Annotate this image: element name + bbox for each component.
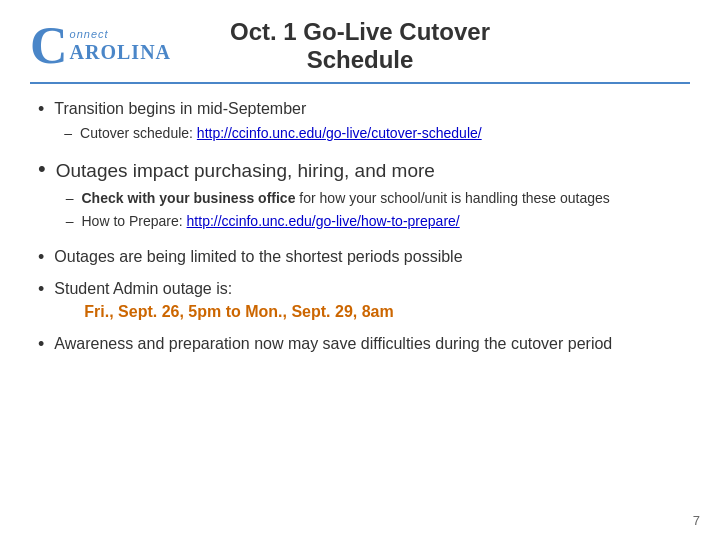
link-prepare[interactable]: http://ccinfo.unc.edu/go-live/how-to-pre… bbox=[187, 213, 460, 229]
slide-title: Oct. 1 Go-Live Cutover Schedule bbox=[190, 18, 690, 74]
bullet-dot-5: • bbox=[38, 334, 44, 355]
content-area: • Transition begins in mid-September – C… bbox=[30, 98, 690, 355]
bold-part-2-1: Check with your business office bbox=[82, 190, 296, 206]
bullet-text-4-plain: Student Admin outage is: bbox=[54, 280, 232, 297]
logo-c-letter: C bbox=[30, 20, 68, 72]
link-cutover[interactable]: http://ccinfo.unc.edu/go-live/cutover-sc… bbox=[197, 125, 482, 141]
bullet-item-2: • Outages impact purchasing, hiring, and… bbox=[38, 158, 682, 236]
page-number: 7 bbox=[693, 513, 700, 528]
bullet-text-3: Outages are being limited to the shortes… bbox=[54, 246, 462, 268]
logo-text-block: onnect AROLINA bbox=[70, 28, 171, 64]
bullet-text-1: Transition begins in mid-September bbox=[54, 100, 306, 117]
plain-part-2-1: for how your school/unit is handling the… bbox=[295, 190, 609, 206]
slide: C onnect AROLINA Oct. 1 Go-Live Cutover … bbox=[0, 0, 720, 540]
sub-text-2-1: Check with your business office for how … bbox=[82, 189, 610, 209]
bullet-text-5: Awareness and preparation now may save d… bbox=[54, 333, 612, 355]
bullet-item-1: • Transition begins in mid-September – C… bbox=[38, 98, 682, 148]
bullet-dot-4: • bbox=[38, 279, 44, 300]
logo-carolina: AROLINA bbox=[70, 40, 171, 64]
sub-text-plain-1-1: Cutover schedule: bbox=[80, 125, 197, 141]
logo-area: C onnect AROLINA bbox=[30, 20, 190, 72]
sub-text-2-2: How to Prepare: http://ccinfo.unc.edu/go… bbox=[82, 212, 460, 232]
sub-bullets-1: – Cutover schedule: http://ccinfo.unc.ed… bbox=[54, 124, 481, 144]
sub-bullet-1-1: – Cutover schedule: http://ccinfo.unc.ed… bbox=[64, 124, 481, 144]
sub-dash-2-1: – bbox=[66, 190, 74, 206]
bullet-dot-3: • bbox=[38, 247, 44, 268]
bullet-item-3: • Outages are being limited to the short… bbox=[38, 246, 682, 268]
sub-bullet-2-1: – Check with your business office for ho… bbox=[66, 189, 610, 209]
header: C onnect AROLINA Oct. 1 Go-Live Cutover … bbox=[30, 18, 690, 84]
logo-connect: onnect bbox=[70, 28, 171, 40]
bullet-text-4-highlight: Fri., Sept. 26, 5pm to Mon., Sept. 29, 8… bbox=[54, 303, 393, 320]
sub-dash-1-1: – bbox=[64, 125, 72, 141]
sub-text-1-1: Cutover schedule: http://ccinfo.unc.edu/… bbox=[80, 124, 482, 144]
bullet-item-5: • Awareness and preparation now may save… bbox=[38, 333, 682, 355]
bullet-dot-2: • bbox=[38, 156, 46, 182]
bullet-dot-1: • bbox=[38, 99, 44, 120]
sub-bullet-2-2: – How to Prepare: http://ccinfo.unc.edu/… bbox=[66, 212, 610, 232]
sub-text-plain-2-2: How to Prepare: bbox=[82, 213, 187, 229]
bullet-item-4: • Student Admin outage is: Fri., Sept. 2… bbox=[38, 278, 682, 323]
bullet-text-2: Outages impact purchasing, hiring, and m… bbox=[56, 160, 435, 181]
sub-dash-2-2: – bbox=[66, 213, 74, 229]
sub-bullets-2: – Check with your business office for ho… bbox=[56, 189, 610, 232]
